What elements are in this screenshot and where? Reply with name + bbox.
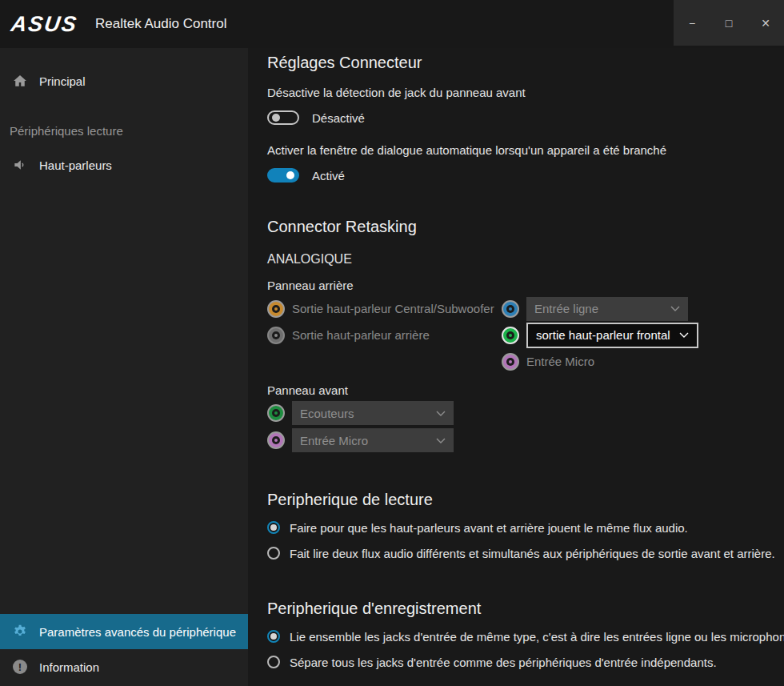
jack-label: Sortie haut-parleur Central/Subwoofer bbox=[292, 301, 494, 317]
recording-radio-separate-jacks[interactable] bbox=[267, 656, 280, 668]
dropdown-value: Ecouteurs bbox=[300, 407, 354, 420]
titlebar: ASUS Realtek Audio Control − □ ✕ bbox=[0, 0, 784, 48]
chevron-down-icon bbox=[436, 411, 446, 416]
rear-panel-label: Panneau arrière bbox=[267, 278, 784, 294]
front-panel-label: Panneau avant bbox=[267, 383, 784, 399]
recording-option-2: Sépare tous les jacks d'entrée comme des… bbox=[267, 653, 784, 671]
section-title-peripherique-enregistrement: Peripherique d'enregistrement bbox=[267, 597, 784, 620]
gear-icon bbox=[12, 624, 28, 640]
jack-detection-toggle[interactable] bbox=[267, 110, 299, 125]
playback-option-1: Faire pour que les haut-parleurs avant e… bbox=[267, 519, 784, 536]
sidebar-item-principal[interactable]: Principal bbox=[0, 63, 248, 98]
headphones-dropdown[interactable]: Ecouteurs bbox=[292, 401, 454, 425]
main-content: Réglages Connecteur Désactive la détecti… bbox=[248, 48, 784, 686]
radio-label: Faire pour que les haut-parleurs avant e… bbox=[290, 521, 688, 535]
window-controls: − □ ✕ bbox=[674, 0, 784, 46]
toggle-row-auto-dialog: Activé bbox=[267, 166, 784, 185]
sidebar: Principal Périphériques lecture Haut-par… bbox=[0, 48, 248, 686]
sidebar-item-label: Haut-parleurs bbox=[39, 158, 112, 172]
recording-option-1: Lie ensemble les jacks d'entrée de même … bbox=[267, 628, 784, 645]
rear-left-row-3 bbox=[267, 348, 502, 375]
rear-right-row-2: sortie haut-parleur frontal bbox=[502, 322, 784, 348]
sidebar-item-haut-parleurs[interactable]: Haut-parleurs bbox=[0, 147, 248, 183]
section-title-connector-retasking: Connector Retasking bbox=[267, 215, 784, 238]
line-in-dropdown[interactable]: Entrée ligne bbox=[526, 297, 688, 321]
toggle-state-label: Activé bbox=[312, 169, 345, 183]
playback-option-2: Fait lire deux flux audio différents et … bbox=[267, 544, 784, 562]
maximize-button[interactable]: □ bbox=[710, 0, 747, 46]
toggle-state-label: Désactivé bbox=[312, 111, 365, 125]
dropdown-value: Entrée Micro bbox=[300, 434, 368, 447]
sidebar-item-label: Paramètres avancés du périphérique bbox=[39, 625, 236, 639]
radio-label: Sépare tous les jacks d'entrée comme des… bbox=[290, 656, 717, 669]
green-jack-icon bbox=[267, 404, 285, 422]
toggle-row-jack-detection: Désactivé bbox=[267, 108, 784, 127]
purple-jack-icon bbox=[502, 353, 519, 371]
radio-label: Fait lire deux flux audio différents et … bbox=[290, 547, 775, 560]
sidebar-bottom: Paramètres avancés du périphérique ! Inf… bbox=[0, 614, 248, 684]
auto-dialog-toggle[interactable] bbox=[267, 168, 299, 183]
rear-right-row-3: Entrée Micro bbox=[502, 348, 784, 375]
recording-radio-link-jacks[interactable] bbox=[267, 630, 280, 643]
purple-jack-icon bbox=[267, 431, 285, 449]
playback-radio-two-streams[interactable] bbox=[267, 547, 280, 560]
close-button[interactable]: ✕ bbox=[747, 0, 784, 46]
sidebar-item-label: Principal bbox=[39, 74, 86, 88]
front-mic-in-dropdown[interactable]: Entrée Micro bbox=[292, 428, 454, 452]
app-title: Realtek Audio Control bbox=[95, 16, 226, 32]
rear-right-row-1: Entrée ligne bbox=[502, 295, 784, 322]
dropdown-value: Entrée ligne bbox=[534, 302, 598, 315]
orange-jack-icon bbox=[267, 300, 285, 318]
rear-left-row-1: Sortie haut-parleur Central/Subwoofer bbox=[267, 295, 502, 322]
minimize-button[interactable]: − bbox=[674, 0, 710, 46]
chevron-down-icon bbox=[670, 306, 680, 311]
radio-label: Lie ensemble les jacks d'entrée de même … bbox=[290, 630, 784, 644]
home-icon bbox=[12, 73, 28, 89]
section-title-reglages-connecteur: Réglages Connecteur bbox=[267, 51, 784, 74]
sidebar-item-information[interactable]: ! Information bbox=[0, 649, 248, 684]
playback-radio-same-stream[interactable] bbox=[267, 521, 280, 534]
app-window: ASUS Realtek Audio Control − □ ✕ Princip… bbox=[0, 0, 784, 686]
rear-panel-grid: Sortie haut-parleur Central/Subwoofer En… bbox=[267, 295, 784, 375]
sidebar-item-parametres-avances[interactable]: Paramètres avancés du périphérique bbox=[0, 614, 248, 649]
info-icon: ! bbox=[12, 659, 28, 675]
asus-logo: ASUS bbox=[10, 12, 79, 37]
chevron-down-icon bbox=[436, 438, 446, 443]
subsection-analogique: ANALOGIQUE bbox=[267, 251, 784, 268]
section-title-peripherique-lecture: Peripherique de lecture bbox=[267, 488, 784, 511]
green-jack-icon bbox=[502, 327, 519, 344]
rear-left-row-2: Sortie haut-parleur arrière bbox=[267, 322, 502, 348]
front-row-1: Ecouteurs bbox=[267, 400, 784, 426]
toggle-label-auto-dialog: Activer la fenêtre de dialogue automatiq… bbox=[267, 142, 784, 158]
mic-in-label: Entrée Micro bbox=[526, 354, 594, 370]
front-speaker-out-dropdown[interactable]: sortie haut-parleur frontal bbox=[526, 323, 698, 348]
jack-label: Sortie haut-parleur arrière bbox=[292, 327, 430, 343]
speaker-icon bbox=[12, 157, 28, 173]
chevron-down-icon bbox=[679, 332, 689, 338]
sidebar-item-label: Information bbox=[39, 660, 99, 674]
dropdown-value: sortie haut-parleur frontal bbox=[536, 328, 670, 342]
toggle-label-jack-detection: Désactive la détection de jack du pannea… bbox=[267, 85, 784, 101]
front-row-2: Entrée Micro bbox=[267, 427, 784, 453]
blue-jack-icon bbox=[502, 300, 519, 318]
gray-jack-icon bbox=[267, 327, 285, 344]
sidebar-section-label: Périphériques lecture bbox=[10, 124, 248, 138]
